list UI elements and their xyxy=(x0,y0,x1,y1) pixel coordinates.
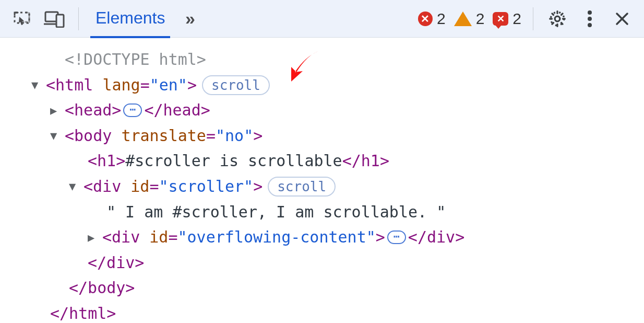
h1-close: </h1> xyxy=(342,148,389,174)
attr-value: "en" xyxy=(150,76,187,94)
equals: = xyxy=(206,126,216,145)
issue-icon: ✕ xyxy=(493,12,508,26)
tab-elements-label: Elements xyxy=(96,8,165,28)
settings-gear-icon[interactable] xyxy=(545,6,570,31)
error-icon: ✕ xyxy=(418,11,433,26)
div-close: </div> xyxy=(408,225,464,250)
h1-open: <h1> xyxy=(88,148,125,174)
separator xyxy=(78,7,79,30)
tree-row-text-node[interactable]: " I am #scroller, I am scrollable. " xyxy=(31,200,613,225)
more-tabs-icon[interactable]: » xyxy=(177,6,202,31)
chevron-down-icon[interactable] xyxy=(50,126,65,145)
attr-name: lang xyxy=(102,76,140,94)
div-close: </div> xyxy=(88,250,144,276)
annotation-arrow-icon xyxy=(282,46,329,88)
tag-close: > xyxy=(253,126,263,145)
equals: = xyxy=(149,177,159,195)
head-open: <head> xyxy=(65,98,121,123)
warnings-counter[interactable]: 2 xyxy=(454,10,485,28)
scroll-badge[interactable]: scroll xyxy=(202,75,270,95)
tree-row-body-open[interactable]: <body translate="no"> xyxy=(31,123,613,149)
chevron-right-icon[interactable] xyxy=(88,228,102,247)
tag-close: > xyxy=(376,228,385,246)
dom-tree[interactable]: <!DOCTYPE html> <html lang="en"> scroll … xyxy=(0,38,644,323)
tag-close: > xyxy=(187,76,197,94)
tag-close: > xyxy=(253,177,263,195)
scroll-badge[interactable]: scroll xyxy=(268,177,336,197)
attr-name: translate xyxy=(121,126,206,145)
tag-open: <body xyxy=(65,126,121,145)
errors-count: 2 xyxy=(437,10,446,28)
ellipsis-icon[interactable]: ⋯ xyxy=(387,230,406,244)
kebab-menu-icon[interactable] xyxy=(577,6,602,31)
issues-counter[interactable]: ✕ 2 xyxy=(493,10,521,28)
close-icon[interactable] xyxy=(610,6,635,31)
errors-counter[interactable]: ✕ 2 xyxy=(418,10,446,28)
inspect-element-icon[interactable] xyxy=(9,6,34,31)
html-close: </html> xyxy=(50,301,116,323)
attr-name: id xyxy=(130,177,149,195)
svg-point-4 xyxy=(555,16,560,21)
tree-row-div-scroller-open[interactable]: <div id="scroller"> scroll xyxy=(31,174,613,200)
warnings-count: 2 xyxy=(476,10,485,28)
warning-icon xyxy=(454,11,472,26)
equals: = xyxy=(140,76,150,94)
attr-value: "scroller" xyxy=(159,177,254,195)
tree-row-h1[interactable]: <h1>#scroller is scrollable</h1> xyxy=(31,148,613,174)
svg-point-7 xyxy=(588,17,592,21)
tree-row-div-scroller-close[interactable]: </div> xyxy=(31,250,613,276)
tree-row-body-close[interactable]: </body> xyxy=(31,275,613,301)
doctype-text: <!DOCTYPE html> xyxy=(65,47,206,73)
devtools-toolbar: Elements » ✕ 2 2 ✕ 2 xyxy=(0,0,644,38)
svg-point-8 xyxy=(588,23,592,27)
tag-open: <div xyxy=(84,177,130,195)
chevron-down-icon[interactable] xyxy=(31,76,46,95)
equals: = xyxy=(168,228,177,246)
issues-count: 2 xyxy=(512,10,521,28)
attr-name: id xyxy=(149,228,168,246)
tree-row-overflowing[interactable]: <div id="overflowing-content"> ⋯ </div> xyxy=(31,225,613,250)
h1-text: #scroller is scrollable xyxy=(125,148,342,174)
chevron-right-icon[interactable] xyxy=(50,101,65,120)
tab-elements[interactable]: Elements xyxy=(90,1,170,38)
separator xyxy=(533,7,533,30)
svg-rect-3 xyxy=(56,15,64,27)
text-node: " I am #scroller, I am scrollable. " xyxy=(106,200,446,225)
tag-open: <div xyxy=(102,228,149,246)
chevron-down-icon[interactable] xyxy=(69,177,84,196)
toggle-device-icon[interactable] xyxy=(42,6,67,31)
svg-point-6 xyxy=(588,10,592,15)
tree-row-html-close[interactable]: </html> xyxy=(31,301,613,323)
head-close: </head> xyxy=(144,98,210,123)
attr-value: "no" xyxy=(216,126,253,145)
console-counters[interactable]: ✕ 2 2 ✕ 2 xyxy=(418,10,521,28)
tag-open: <html xyxy=(46,76,102,94)
ellipsis-icon[interactable]: ⋯ xyxy=(123,103,142,117)
attr-value: "overflowing-content" xyxy=(178,228,376,246)
tree-row-head[interactable]: <head> ⋯ </head> xyxy=(31,98,613,123)
body-close: </body> xyxy=(69,275,135,301)
